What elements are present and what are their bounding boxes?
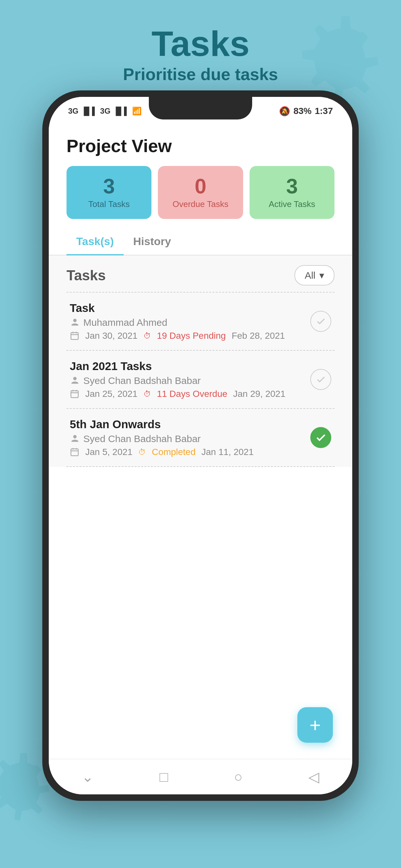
page-subtitle: Prioritise due tasks (0, 65, 401, 84)
overdue-tasks-number: 0 (164, 176, 236, 197)
active-tasks-number: 3 (256, 176, 328, 197)
phone-inner: 3G ▐▌▌ 3G ▐▌▌ 📶 🔕 83% 1:37 Project View (49, 97, 352, 795)
calendar-icon (70, 331, 80, 341)
tasks-section-title: Tasks (66, 268, 106, 283)
person-icon (70, 376, 80, 386)
battery: 83% (294, 106, 312, 116)
start-date: Jan 30, 2021 (85, 331, 137, 341)
mute-icon: 🔕 (279, 106, 290, 117)
project-view-title: Project View (49, 123, 352, 163)
task-check[interactable] (310, 369, 331, 390)
stat-card-overdue: 0 Overdue Tasks (158, 166, 243, 219)
checkmark-icon (316, 374, 326, 384)
svg-rect-8 (71, 391, 79, 398)
task-item-inner: Jan 2021 Tasks Syed Chan Badshah Babar (66, 360, 335, 399)
tasks-section: Tasks All ▾ Task (49, 255, 352, 467)
notch (149, 97, 252, 120)
signal-bars: ▐▌▌ (81, 106, 97, 116)
svg-point-2 (73, 319, 77, 322)
time: 1:37 (315, 106, 333, 116)
task-name: Jan 2021 Tasks (70, 360, 331, 373)
tabs: Task(s) History (49, 228, 352, 255)
wifi-icon: 📶 (132, 106, 142, 116)
status-badge: 19 Days Pending (157, 331, 226, 341)
calendar-icon (70, 447, 80, 457)
bottom-nav: ⌄ □ ○ ◁ (49, 759, 352, 795)
svg-point-12 (73, 435, 77, 438)
task-check[interactable] (310, 427, 331, 448)
task-item-inner: 5th Jan Onwards Syed Chan Badshah Babar (66, 418, 335, 457)
end-date: Jan 29, 2021 (233, 389, 285, 399)
signal-bars-2: ▐▌▌ (113, 106, 129, 116)
nav-circle[interactable]: ○ (234, 769, 243, 785)
filter-label: All (305, 270, 315, 281)
overdue-tasks-label: Overdue Tasks (164, 199, 236, 209)
total-tasks-number: 3 (73, 176, 145, 197)
status-icon: ⏱ (143, 390, 151, 399)
assignee-name: Syed Chan Badshah Babar (83, 375, 201, 386)
start-date: Jan 25, 2021 (85, 389, 137, 399)
task-item: Task Muhammad Ahmed (66, 292, 335, 351)
person-icon (70, 317, 80, 328)
task-dates: Jan 25, 2021 ⏱ 11 Days Overdue Jan 29, 2… (70, 389, 331, 399)
stat-card-total: 3 Total Tasks (66, 166, 151, 219)
task-dates: Jan 30, 2021 ⏱ 19 Days Pending Feb 28, 2… (70, 331, 331, 341)
task-name: 5th Jan Onwards (70, 418, 331, 431)
stats-row: 3 Total Tasks 0 Overdue Tasks 3 Active T… (49, 163, 352, 228)
status-right: 🔕 83% 1:37 (279, 106, 333, 117)
end-date: Feb 28, 2021 (232, 331, 285, 341)
app-content: Project View 3 Total Tasks 0 Overdue Tas… (49, 123, 352, 759)
page-title: Tasks (0, 26, 401, 61)
status-left: 3G ▐▌▌ 3G ▐▌▌ 📶 (68, 106, 142, 116)
task-item: Jan 2021 Tasks Syed Chan Badshah Babar (66, 351, 335, 409)
task-assignee: Syed Chan Badshah Babar (70, 375, 331, 386)
start-date: Jan 5, 2021 (85, 447, 132, 457)
task-assignee: Muhammad Ahmed (70, 317, 331, 328)
check-circle (310, 311, 331, 332)
add-task-fab[interactable]: + (297, 707, 333, 743)
checkmark-completed-icon (315, 432, 327, 443)
task-item-inner: Task Muhammad Ahmed (66, 302, 335, 341)
tasks-header: Tasks All ▾ (66, 265, 335, 285)
check-circle-completed (310, 427, 331, 448)
assignee-name: Syed Chan Badshah Babar (83, 433, 201, 444)
signal-3g: 3G (68, 106, 79, 116)
assignee-name: Muhammad Ahmed (83, 317, 167, 328)
task-item: 5th Jan Onwards Syed Chan Badshah Babar (66, 409, 335, 467)
svg-point-7 (73, 377, 77, 380)
phone-frame: 3G ▐▌▌ 3G ▐▌▌ 📶 🔕 83% 1:37 Project View (42, 90, 359, 801)
status-icon: ⏱ (138, 447, 146, 457)
nav-chevron-down[interactable]: ⌄ (82, 769, 94, 785)
active-tasks-label: Active Tasks (256, 199, 328, 209)
calendar-icon (70, 389, 80, 399)
tab-history[interactable]: History (124, 228, 181, 255)
svg-rect-13 (71, 449, 79, 456)
task-list: Task Muhammad Ahmed (66, 292, 335, 467)
task-assignee: Syed Chan Badshah Babar (70, 433, 331, 444)
nav-back[interactable]: ◁ (308, 769, 319, 785)
end-date: Jan 11, 2021 (202, 447, 254, 457)
dropdown-arrow-icon: ▾ (319, 270, 324, 281)
tab-tasks[interactable]: Task(s) (66, 228, 124, 255)
checkmark-icon (316, 316, 326, 327)
svg-rect-3 (71, 333, 79, 339)
page-header: Tasks Prioritise due tasks (0, 0, 401, 100)
signal-3g-2: 3G (100, 106, 111, 116)
stat-card-active: 3 Active Tasks (250, 166, 335, 219)
status-icon: ⏱ (143, 331, 151, 340)
nav-square[interactable]: □ (159, 769, 168, 785)
total-tasks-label: Total Tasks (73, 199, 145, 209)
task-dates: Jan 5, 2021 ⏱ Completed Jan 11, 2021 (70, 447, 331, 457)
check-circle (310, 369, 331, 390)
person-icon (70, 434, 80, 444)
status-badge: Completed (152, 447, 195, 457)
task-check[interactable] (310, 311, 331, 332)
status-badge: 11 Days Overdue (157, 389, 227, 399)
task-name: Task (70, 302, 331, 314)
filter-dropdown[interactable]: All ▾ (295, 265, 335, 285)
